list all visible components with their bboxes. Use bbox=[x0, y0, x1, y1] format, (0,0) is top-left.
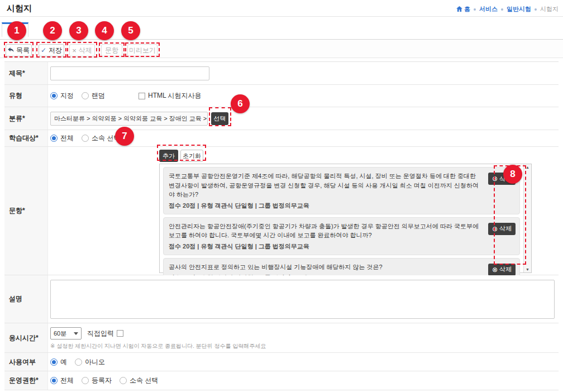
title-input[interactable] bbox=[50, 66, 209, 80]
use-radio-yes[interactable]: 예 bbox=[50, 357, 67, 367]
category-content: 마스터분류 > 의약외품 > 의약외품 교육 > 장애인 교육 > 기타 교육 … bbox=[48, 107, 559, 130]
use-row: 사용여부 예 아니오 bbox=[4, 353, 559, 371]
use-content: 예 아니오 bbox=[48, 353, 559, 371]
exam-paper-form-page: 시험지 홈 서비스 일반시험 시험지 등록 목록 ✓ 저장 × 삭제 bbox=[0, 0, 563, 392]
breadcrumb-separator bbox=[474, 8, 476, 11]
question-meta: 점수 20점 | 유형 객관식 단일형 | 그룹 법정의무교육 bbox=[169, 202, 484, 210]
highlight-box-list bbox=[4, 42, 34, 58]
breadcrumb-separator bbox=[535, 8, 537, 11]
highlight-box-preview bbox=[125, 42, 160, 57]
highlight-box-save bbox=[36, 42, 66, 58]
description-row: 설명 bbox=[4, 275, 559, 323]
scroll-up-icon[interactable]: ▲ bbox=[526, 165, 529, 169]
breadcrumb-services[interactable]: 서비스 bbox=[479, 5, 498, 13]
type-content: 지정 랜덤 HTML 시험지사용 bbox=[48, 85, 559, 107]
duration-note: ※ 설정한 제한시간이 지나면 시험이 자동으로 종료됩니다. 분단위 정수를 … bbox=[50, 342, 266, 350]
duration-content: 60분 직접입력 ※ 설정한 제한시간이 지나면 시험이 자동으로 종료됩니다.… bbox=[48, 323, 559, 352]
toolbar-divider bbox=[35, 45, 36, 55]
question-text: 국토교통부 공항안전운영기준 제4조에 따라, 해당공항의 물리적 특성, 시설… bbox=[169, 171, 484, 199]
question-list: 국토교통부 공항안전운영기준 제4조에 따라, 해당공항의 물리적 특성, 시설… bbox=[159, 164, 532, 273]
circled-x-icon: ⊗ bbox=[492, 266, 498, 273]
permission-radio-all[interactable]: 전체 bbox=[50, 376, 74, 385]
highlight-box-add-reset bbox=[157, 145, 206, 161]
chevron-down-icon bbox=[74, 332, 78, 335]
category-label: 분류* bbox=[4, 107, 48, 130]
radio-selected-icon bbox=[50, 377, 58, 384]
breadcrumb-home[interactable]: 홈 bbox=[456, 5, 470, 13]
question-cards: 국토교통부 공항안전운영기준 제4조에 따라, 해당공항의 물리적 특성, 시설… bbox=[163, 167, 520, 289]
question-meta: 점수 20점 | 유형 객관식 단일형 | 그룹 법정의무교육 bbox=[169, 242, 484, 251]
radio-icon bbox=[120, 377, 127, 384]
breadcrumb: 홈 서비스 일반시험 시험지 bbox=[456, 5, 559, 13]
exam-form-table: 제목* 유형 지정 랜덤 HTML 시험지사용 bbox=[4, 61, 559, 390]
annotation-badge-5: 5 bbox=[121, 21, 140, 40]
breadcrumb-current: 시험지 bbox=[540, 5, 559, 13]
target-radio-all[interactable]: 전체 bbox=[50, 133, 74, 143]
checkbox-icon bbox=[117, 330, 123, 337]
radio-selected-icon bbox=[50, 92, 58, 99]
page-header: 시험지 홈 서비스 일반시험 시험지 bbox=[0, 0, 563, 17]
radio-icon bbox=[82, 92, 89, 99]
radio-icon bbox=[82, 135, 89, 142]
radio-selected-icon bbox=[50, 135, 58, 142]
annotation-badge-8: 8 bbox=[503, 165, 522, 184]
radio-selected-icon bbox=[50, 358, 58, 366]
annotation-badge-4: 4 bbox=[95, 21, 114, 40]
category-row: 분류* 마스터분류 > 의약외품 > 의약외품 교육 > 장애인 교육 > 기타… bbox=[4, 107, 559, 130]
type-row: 유형 지정 랜덤 HTML 시험지사용 bbox=[4, 85, 559, 107]
html-paper-checkbox[interactable]: HTML 시험지사용 bbox=[139, 91, 202, 101]
duration-label: 응시시간* bbox=[4, 323, 48, 352]
page-title: 시험지 bbox=[7, 3, 32, 14]
question-delete-button[interactable]: ⊗ 삭제 bbox=[488, 264, 516, 276]
questions-label: 문항* bbox=[4, 147, 48, 275]
type-radio-designated[interactable]: 지정 bbox=[50, 91, 74, 101]
checkbox-icon bbox=[139, 93, 145, 99]
annotation-badge-7: 7 bbox=[115, 127, 134, 146]
highlight-box-question bbox=[99, 42, 125, 57]
target-label: 학습대상* bbox=[4, 130, 48, 146]
type-label: 유형 bbox=[4, 85, 48, 107]
breadcrumb-separator bbox=[501, 8, 503, 11]
use-radio-no[interactable]: 아니오 bbox=[75, 357, 105, 367]
scroll-down-icon[interactable]: ▼ bbox=[526, 267, 529, 271]
description-content bbox=[48, 275, 559, 323]
annotation-badge-3: 3 bbox=[69, 21, 88, 40]
permission-radio-org-select[interactable]: 소속 선택 bbox=[120, 376, 158, 385]
questions-row: 문항* 추가 초기화 국토교통부 공항안전운영기준 제4조에 따라, 해당공항의… bbox=[4, 147, 559, 275]
title-row: 제목* bbox=[4, 62, 559, 85]
description-textarea[interactable] bbox=[50, 280, 555, 319]
title-content bbox=[48, 62, 559, 84]
question-card: 국토교통부 공항안전운영기준 제4조에 따라, 해당공항의 물리적 특성, 시설… bbox=[163, 167, 520, 214]
direct-input-checkbox[interactable]: 직접입력 bbox=[87, 329, 123, 338]
target-radio-org-select[interactable]: 소속 선택 bbox=[82, 133, 120, 143]
description-label: 설명 bbox=[4, 275, 48, 323]
highlight-box-delete bbox=[67, 42, 97, 58]
question-text: 공사의 안전지표로 정의하고 있는 비행장시설 기능장애에 해당하지 않는 것은… bbox=[169, 262, 484, 272]
duration-row: 응시시간* 60분 직접입력 ※ 설정한 제한시간이 지나면 시험이 자동으로 … bbox=[4, 323, 559, 353]
title-label: 제목* bbox=[4, 62, 48, 84]
permission-radio-registrant[interactable]: 등록자 bbox=[82, 376, 112, 385]
permission-content: 전체 등록자 소속 선택 bbox=[48, 371, 559, 390]
question-text: 안전관리자는 항공안전장애(주기중인 항공기가 차량과 충돌)가 발생한 경우 … bbox=[169, 222, 484, 240]
permission-label: 운영권한* bbox=[4, 371, 48, 390]
radio-icon bbox=[82, 377, 89, 384]
permission-row: 운영권한* 전체 등록자 소속 선택 bbox=[4, 371, 559, 390]
category-path-field: 마스터분류 > 의약외품 > 의약외품 교육 > 장애인 교육 > 기타 교육 bbox=[50, 112, 208, 126]
annotation-badge-2: 2 bbox=[43, 21, 62, 40]
home-icon bbox=[456, 6, 462, 13]
use-label: 사용여부 bbox=[4, 353, 48, 371]
questions-content: 추가 초기화 국토교통부 공항안전운영기준 제4조에 따라, 해당공항의 물리적… bbox=[48, 147, 559, 275]
radio-icon bbox=[75, 358, 82, 366]
annotation-badge-1: 1 bbox=[7, 21, 26, 40]
highlight-box-category-select bbox=[209, 107, 231, 126]
question-card: 안전관리자는 항공안전장애(주기중인 항공기가 차량과 충돌)가 발생한 경우 … bbox=[163, 217, 520, 255]
target-row: 학습대상* 전체 소속 선택 bbox=[4, 130, 559, 147]
type-radio-random[interactable]: 랜덤 bbox=[82, 91, 105, 101]
duration-select[interactable]: 60분 bbox=[50, 327, 82, 340]
annotation-badge-6: 6 bbox=[231, 94, 250, 113]
breadcrumb-general-exam[interactable]: 일반시험 bbox=[507, 5, 531, 13]
